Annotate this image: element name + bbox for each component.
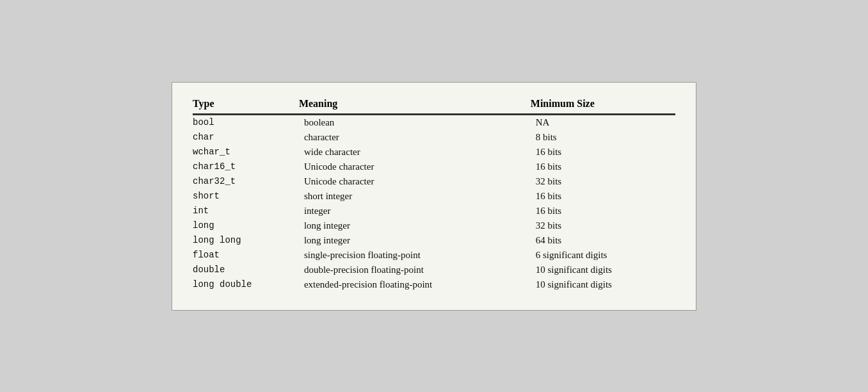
col-header-minsize: Minimum Size: [531, 98, 675, 114]
table-row: floatsingle-precision floating-point6 si…: [193, 248, 675, 263]
col-header-meaning: Meaning: [299, 98, 531, 114]
col-header-type: Type: [193, 98, 299, 114]
cell-type: long double: [193, 277, 299, 292]
cell-minsize: 6 significant digits: [531, 248, 675, 263]
cell-type: double: [193, 263, 299, 277]
table-row: charcharacter8 bits: [193, 130, 675, 145]
cell-type: short: [193, 189, 299, 204]
cell-minsize: 10 significant digits: [531, 263, 675, 277]
table-container: Type Meaning Minimum Size boolbooleanNAc…: [172, 82, 696, 311]
cell-meaning: Unicode character: [299, 159, 531, 174]
table-row: boolbooleanNA: [193, 115, 675, 130]
table-row: longlong integer32 bits: [193, 218, 675, 233]
table-row: intinteger16 bits: [193, 204, 675, 218]
cell-type: char: [193, 130, 299, 145]
cell-minsize: 8 bits: [531, 130, 675, 145]
cell-meaning: short integer: [299, 189, 531, 204]
table-row: char32_tUnicode character32 bits: [193, 174, 675, 189]
cell-type: char32_t: [193, 174, 299, 189]
cell-minsize: 64 bits: [531, 233, 675, 248]
cell-meaning: extended-precision floating-point: [299, 277, 531, 292]
table-row: doubledouble-precision floating-point10 …: [193, 263, 675, 277]
cell-minsize: 16 bits: [531, 204, 675, 218]
cell-minsize: 16 bits: [531, 145, 675, 159]
cell-minsize: 32 bits: [531, 218, 675, 233]
cell-meaning: long integer: [299, 233, 531, 248]
cell-type: long: [193, 218, 299, 233]
cell-minsize: 10 significant digits: [531, 277, 675, 292]
cell-minsize: 32 bits: [531, 174, 675, 189]
cell-minsize: 16 bits: [531, 159, 675, 174]
cell-type: char16_t: [193, 159, 299, 174]
cell-minsize: NA: [531, 115, 675, 130]
cell-type: bool: [193, 115, 299, 130]
table-row: wchar_twide character16 bits: [193, 145, 675, 159]
table-row: shortshort integer16 bits: [193, 189, 675, 204]
cell-meaning: double-precision floating-point: [299, 263, 531, 277]
cell-meaning: character: [299, 130, 531, 145]
table-row: long longlong integer64 bits: [193, 233, 675, 248]
cell-meaning: Unicode character: [299, 174, 531, 189]
cell-meaning: wide character: [299, 145, 531, 159]
cell-type: float: [193, 248, 299, 263]
cell-minsize: 16 bits: [531, 189, 675, 204]
types-table: Type Meaning Minimum Size boolbooleanNAc…: [193, 98, 675, 292]
table-row: long doubleextended-precision floating-p…: [193, 277, 675, 292]
table-row: char16_tUnicode character16 bits: [193, 159, 675, 174]
cell-type: long long: [193, 233, 299, 248]
cell-meaning: boolean: [299, 115, 531, 130]
cell-meaning: integer: [299, 204, 531, 218]
cell-meaning: single-precision floating-point: [299, 248, 531, 263]
cell-meaning: long integer: [299, 218, 531, 233]
cell-type: int: [193, 204, 299, 218]
cell-type: wchar_t: [193, 145, 299, 159]
